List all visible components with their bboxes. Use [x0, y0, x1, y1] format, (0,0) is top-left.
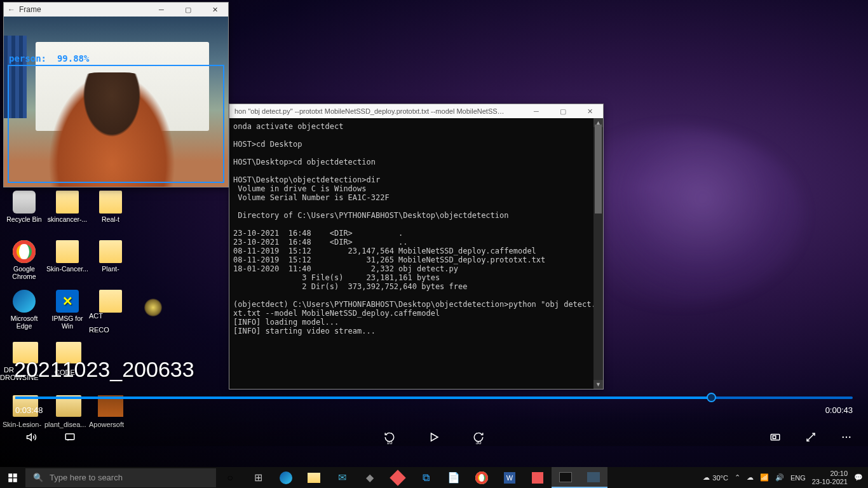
- folder-icon: [99, 191, 122, 214]
- svg-rect-2: [773, 436, 776, 439]
- aspect-icon[interactable]: [763, 429, 788, 445]
- taskbar-dropbox[interactable]: ◆: [356, 467, 384, 488]
- taskbar-cortana[interactable]: ○: [216, 467, 244, 488]
- taskbar-video-player[interactable]: [580, 467, 607, 488]
- taskbar-chrome[interactable]: [468, 467, 496, 488]
- search-icon: 🔍: [33, 473, 43, 482]
- start-button[interactable]: [0, 467, 25, 488]
- taskbar-app-orange[interactable]: [524, 467, 552, 488]
- seek-bar[interactable]: [15, 396, 853, 399]
- desktop-icon-realt[interactable]: Real-t: [90, 191, 132, 240]
- edge-icon: [13, 290, 36, 313]
- svg-point-3: [843, 437, 844, 438]
- svg-rect-0: [65, 434, 74, 440]
- minimize-button[interactable]: ─: [523, 104, 550, 118]
- search-placeholder: Type here to search: [50, 473, 123, 482]
- recording-filename-overlay: 20211023_200633: [14, 357, 194, 382]
- more-icon[interactable]: [834, 429, 859, 445]
- cmd-titlebar[interactable]: hon "obj detect.py" --prototxt MobileNet…: [229, 104, 603, 118]
- seek-handle[interactable]: [707, 393, 716, 402]
- language-indicator[interactable]: ENG: [790, 474, 806, 482]
- desktop-icon-chrome[interactable]: Google Chrome: [3, 240, 45, 290]
- svg-rect-8: [8, 478, 12, 482]
- svg-point-5: [849, 437, 850, 438]
- close-button[interactable]: ✕: [201, 3, 228, 17]
- time-elapsed: 0:03:48: [15, 405, 43, 415]
- back-icon[interactable]: ←: [8, 5, 15, 14]
- desktop-icons-grid: Recycle Bin skincancer-... Real-t Google…: [3, 191, 132, 339]
- folder-icon: [56, 240, 79, 263]
- cloud-icon[interactable]: ☁: [747, 473, 754, 482]
- chrome-icon: [13, 240, 36, 263]
- detection-label: person: 99.88%: [9, 53, 89, 64]
- frame-titlebar[interactable]: ← Frame ─ ▢ ✕: [4, 3, 228, 17]
- taskbar-taskview[interactable]: ⊞: [244, 467, 272, 488]
- detection-bounding-box: [8, 65, 224, 183]
- minimize-button[interactable]: ─: [148, 3, 175, 17]
- scrollbar-thumb[interactable]: [595, 125, 602, 214]
- system-tray[interactable]: ☁30°C ⌃ ☁ 📶 🔊 ENG 20:10 23-10-2021 💬: [703, 467, 868, 488]
- desktop-icon-skincancer[interactable]: skincancer-...: [46, 191, 88, 240]
- cmd-output[interactable]: onda activate objectdect HOST>cd Desktop…: [229, 118, 593, 389]
- desktop-icon-plant[interactable]: Plant-: [90, 240, 132, 290]
- desktop-icon-skin-cancer2[interactable]: Skin-Cancer...: [46, 240, 88, 290]
- miniplayer-icon[interactable]: [798, 429, 824, 445]
- maximize-button[interactable]: ▢: [550, 104, 576, 118]
- webcam-feed: person: 99.88%: [4, 17, 228, 187]
- subtitle-icon[interactable]: [57, 429, 83, 445]
- taskbar-mail[interactable]: ✉: [328, 467, 356, 488]
- folder-icon: [99, 240, 122, 263]
- volume-icon[interactable]: [19, 429, 44, 445]
- notifications-icon[interactable]: 💬: [854, 473, 863, 482]
- tray-chevron-icon[interactable]: ⌃: [735, 473, 740, 482]
- folder-icon: [56, 191, 79, 214]
- overlay-truncated-labels: ACT RECO: [89, 309, 109, 337]
- recycle-bin-icon: [13, 191, 36, 214]
- seek-progress: [15, 396, 712, 399]
- taskbar-edge[interactable]: [272, 467, 300, 488]
- wifi-icon[interactable]: 📶: [760, 473, 769, 482]
- cmd-title: hon "obj detect.py" --prototxt MobileNet…: [234, 107, 508, 115]
- taskbar-vscode[interactable]: ⧉: [412, 467, 440, 488]
- svg-rect-7: [13, 473, 17, 477]
- taskbar[interactable]: 🔍 Type here to search ○ ⊞ ✉ ◆ ⧉ 📄 W ☁30°…: [0, 467, 868, 488]
- desktop-icon-ipmsg[interactable]: ✕IPMSG for Win: [46, 290, 88, 339]
- taskbar-word[interactable]: W: [496, 467, 524, 488]
- cursor-highlight-icon: [144, 299, 162, 316]
- play-button[interactable]: [421, 429, 447, 445]
- svg-rect-9: [13, 478, 17, 482]
- weather-widget[interactable]: ☁30°C: [703, 473, 728, 482]
- maximize-button[interactable]: ▢: [175, 3, 201, 17]
- close-button[interactable]: ✕: [576, 104, 603, 118]
- taskbar-clock[interactable]: 20:10 23-10-2021: [812, 470, 848, 486]
- cmd-scrollbar[interactable]: ▲ ▼: [593, 118, 603, 389]
- taskbar-apps: ○ ⊞ ✉ ◆ ⧉ 📄 W: [216, 467, 607, 488]
- desktop-icon-edge[interactable]: Microsoft Edge: [3, 290, 45, 339]
- taskbar-cmd[interactable]: [552, 467, 580, 488]
- svg-point-4: [846, 437, 847, 438]
- frame-window[interactable]: ← Frame ─ ▢ ✕ person: 99.88%: [3, 2, 229, 187]
- time-remaining: 0:00:43: [825, 405, 853, 415]
- desktop-background: Recycle Bin skincancer-... Real-t Google…: [0, 0, 868, 467]
- taskbar-explorer[interactable]: [300, 467, 328, 488]
- taskbar-notepad[interactable]: 📄: [440, 467, 468, 488]
- skip-forward-button[interactable]: 30: [466, 429, 491, 445]
- desktop-icon-recycle-bin[interactable]: Recycle Bin: [3, 191, 45, 240]
- taskbar-app-red[interactable]: [384, 467, 412, 488]
- taskbar-search[interactable]: 🔍 Type here to search: [25, 468, 216, 487]
- ipmsg-icon: ✕: [56, 290, 79, 313]
- cmd-window[interactable]: hon "obj detect.py" --prototxt MobileNet…: [229, 104, 604, 390]
- sound-icon[interactable]: 🔊: [775, 473, 784, 482]
- skip-back-button[interactable]: 10: [377, 429, 402, 445]
- video-player-controls: 0:03:48 0:00:43 10 30: [0, 390, 868, 446]
- svg-rect-6: [8, 473, 12, 477]
- scroll-down-icon[interactable]: ▼: [593, 380, 603, 389]
- weather-icon: ☁: [703, 473, 710, 482]
- frame-title: Frame: [19, 5, 41, 14]
